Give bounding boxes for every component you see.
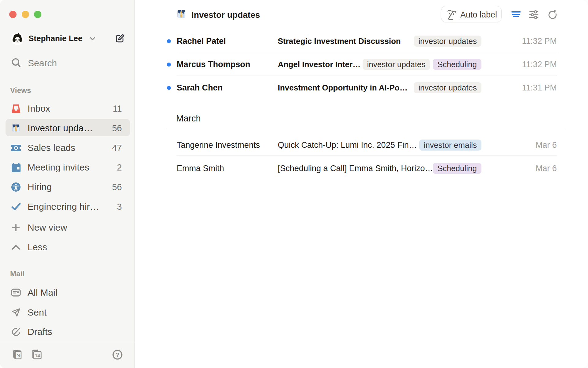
- svg-text:N: N: [16, 352, 20, 358]
- svg-text:?: ?: [116, 351, 119, 358]
- svg-text:14: 14: [35, 353, 40, 358]
